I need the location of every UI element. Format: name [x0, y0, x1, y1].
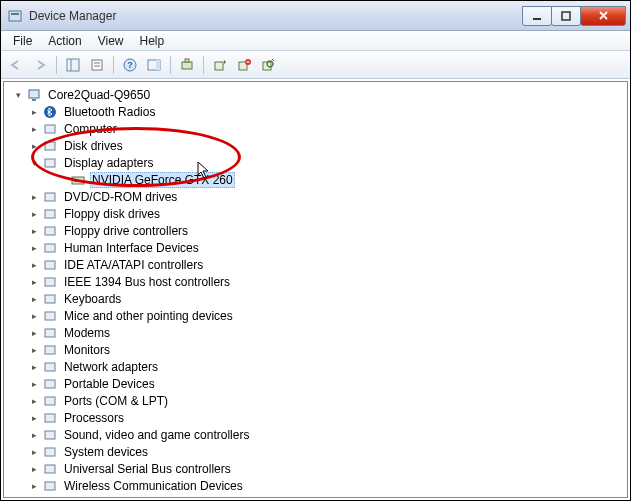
action-pane-button[interactable] — [143, 54, 165, 76]
svg-rect-14 — [185, 59, 189, 62]
device-icon — [42, 291, 58, 307]
menu-view[interactable]: View — [90, 32, 132, 50]
tree-twisty[interactable]: ▸ — [28, 259, 40, 271]
tree-twisty[interactable]: ▸ — [28, 276, 40, 288]
tree-twisty[interactable]: ▸ — [28, 344, 40, 356]
device-icon — [42, 257, 58, 273]
device-icon — [42, 104, 58, 120]
tree-twisty[interactable]: ▸ — [28, 310, 40, 322]
tree-category[interactable]: ▸DVD/CD-ROM drives — [6, 188, 625, 205]
tree-twisty[interactable]: ▸ — [28, 242, 40, 254]
svg-rect-34 — [45, 295, 55, 303]
tree-category[interactable]: ▸System devices — [6, 443, 625, 460]
tree-label: IEEE 1394 Bus host controllers — [62, 274, 232, 290]
tree-category[interactable]: ▸IDE ATA/ATAPI controllers — [6, 256, 625, 273]
tree-category[interactable]: ▸Monitors — [6, 341, 625, 358]
properties-button[interactable] — [86, 54, 108, 76]
tree-twisty[interactable]: ▾ — [12, 89, 24, 101]
tree-root[interactable]: ▾Core2Quad-Q9650 — [6, 86, 625, 103]
tree-twisty[interactable]: ▸ — [28, 140, 40, 152]
tree-label: Floppy drive controllers — [62, 223, 190, 239]
scan-hardware-button[interactable] — [176, 54, 198, 76]
tree-twisty[interactable]: ▸ — [28, 361, 40, 373]
tree-category[interactable]: ▸Network adapters — [6, 358, 625, 375]
svg-rect-13 — [182, 62, 192, 69]
tree-label: Ports (COM & LPT) — [62, 393, 170, 409]
tree-twisty[interactable]: ▸ — [28, 327, 40, 339]
tree-category[interactable]: ▾Display adapters — [6, 154, 625, 171]
svg-rect-31 — [45, 244, 55, 252]
tree-twisty[interactable]: ▸ — [28, 378, 40, 390]
svg-rect-29 — [45, 210, 55, 218]
menu-help[interactable]: Help — [132, 32, 173, 50]
tree-twisty[interactable]: ▸ — [28, 225, 40, 237]
svg-rect-39 — [45, 380, 55, 388]
disable-button[interactable] — [257, 54, 279, 76]
tree-twisty[interactable]: ▸ — [28, 123, 40, 135]
svg-rect-2 — [533, 18, 541, 20]
close-button[interactable] — [580, 6, 626, 26]
tree-category[interactable]: ▸Universal Serial Bus controllers — [6, 460, 625, 477]
tree-twisty[interactable]: ▸ — [28, 412, 40, 424]
tree-twisty[interactable]: ▸ — [28, 293, 40, 305]
tree-category[interactable]: ▸Keyboards — [6, 290, 625, 307]
toolbar-sep — [203, 56, 204, 74]
tree-category[interactable]: ▸Computer — [6, 120, 625, 137]
svg-rect-45 — [45, 482, 55, 490]
tree-pane[interactable]: ▾Core2Quad-Q9650 ▸Bluetooth Radios ▸Comp… — [3, 81, 628, 498]
svg-rect-12 — [156, 60, 160, 70]
toolbar-sep — [170, 56, 171, 74]
tree-label: Floppy disk drives — [62, 206, 162, 222]
show-console-tree-button[interactable] — [62, 54, 84, 76]
tree-twisty[interactable]: ▸ — [28, 395, 40, 407]
svg-rect-15 — [215, 62, 223, 70]
device-icon — [42, 444, 58, 460]
tree-category[interactable]: ▸Ports (COM & LPT) — [6, 392, 625, 409]
maximize-button[interactable] — [551, 6, 581, 26]
tree-category[interactable]: ▸Mice and other pointing devices — [6, 307, 625, 324]
device-icon — [42, 410, 58, 426]
tree-category[interactable]: ▸Floppy drive controllers — [6, 222, 625, 239]
content-area: ▾Core2Quad-Q9650 ▸Bluetooth Radios ▸Comp… — [1, 79, 630, 500]
tree-twisty[interactable]: ▸ — [28, 463, 40, 475]
svg-rect-6 — [92, 60, 102, 70]
menu-action[interactable]: Action — [40, 32, 89, 50]
tree-category[interactable]: ▸Wireless Communication Devices — [6, 477, 625, 494]
tree-label: Human Interface Devices — [62, 240, 201, 256]
tree-device-selected[interactable]: NVIDIA GeForce GTX 260 — [6, 171, 625, 188]
back-button[interactable] — [5, 54, 27, 76]
tree-label: Universal Serial Bus controllers — [62, 461, 233, 477]
tree-twisty[interactable]: ▾ — [28, 157, 40, 169]
tree-category[interactable]: ▸Disk drives — [6, 137, 625, 154]
tree-twisty[interactable]: ▸ — [28, 480, 40, 492]
svg-rect-44 — [45, 465, 55, 473]
tree-twisty[interactable]: ▸ — [28, 446, 40, 458]
svg-rect-20 — [29, 90, 39, 98]
device-icon — [42, 376, 58, 392]
svg-text:?: ? — [127, 60, 133, 70]
tree-category[interactable]: ▸Human Interface Devices — [6, 239, 625, 256]
tree-twisty[interactable]: ▸ — [28, 208, 40, 220]
tree-twisty[interactable]: ▸ — [28, 429, 40, 441]
tree-category[interactable]: ▸Processors — [6, 409, 625, 426]
svg-rect-35 — [45, 312, 55, 320]
uninstall-button[interactable] — [233, 54, 255, 76]
device-icon — [42, 461, 58, 477]
tree-category[interactable]: ▸Floppy disk drives — [6, 205, 625, 222]
menu-file[interactable]: File — [5, 32, 40, 50]
tree-category[interactable]: ▸IEEE 1394 Bus host controllers — [6, 273, 625, 290]
tree-label: Computer — [62, 121, 119, 137]
minimize-button[interactable] — [522, 6, 552, 26]
tree-category[interactable]: ▸Sound, video and game controllers — [6, 426, 625, 443]
tree-category[interactable]: ▸Modems — [6, 324, 625, 341]
tree-twisty[interactable]: ▸ — [28, 191, 40, 203]
device-icon — [42, 427, 58, 443]
tree-category[interactable]: ▸Bluetooth Radios — [6, 103, 625, 120]
forward-button[interactable] — [29, 54, 51, 76]
help-button[interactable]: ? — [119, 54, 141, 76]
svg-rect-42 — [45, 431, 55, 439]
update-driver-button[interactable] — [209, 54, 231, 76]
tree-twisty[interactable]: ▸ — [28, 106, 40, 118]
device-icon — [70, 172, 86, 188]
tree-category[interactable]: ▸Portable Devices — [6, 375, 625, 392]
